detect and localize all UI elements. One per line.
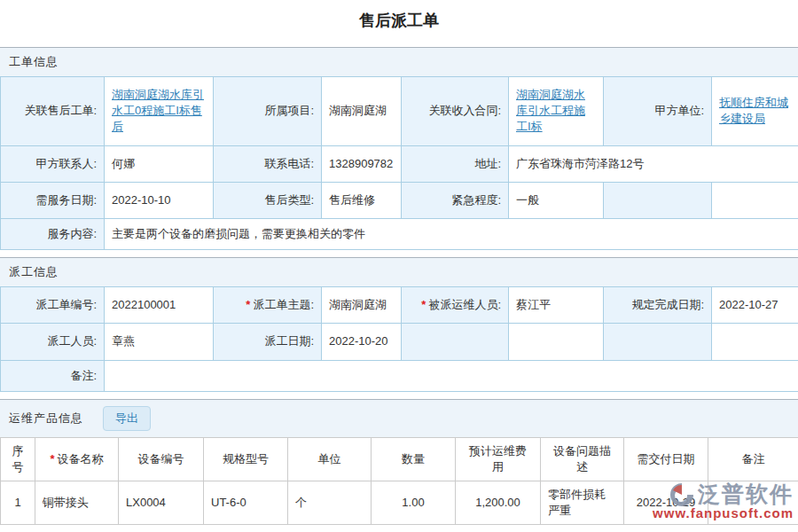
field-label: 联系电话: — [214, 145, 322, 182]
col-header-unit: 单位 — [288, 437, 372, 481]
field-label: *派工单主题: — [214, 287, 322, 324]
field-label: 售后类型: — [214, 182, 322, 218]
dispatch-row-2: 派工人员: 章燕 派工日期: 2022-10-20 — [1, 324, 798, 360]
project-value: 湖南洞庭湖 — [322, 77, 402, 146]
dispatch-assignee-value: 蔡江平 — [509, 287, 604, 324]
dispatch-deadline-value: 2022-10-27 — [712, 287, 798, 324]
product-qty: 1.00 — [372, 481, 456, 525]
field-label: 紧急程度: — [402, 182, 509, 218]
product-model: UT-6-0 — [204, 481, 288, 525]
product-name: 铜带接头 — [35, 481, 119, 525]
party-a-unit-link[interactable]: 抚顺住房和城乡建设局 — [719, 96, 788, 125]
section-header-products: 运维产品信息 导出 — [0, 399, 798, 437]
product-unit: 个 — [288, 481, 372, 525]
empty-label-cell — [604, 324, 712, 360]
section-title: 工单信息 — [9, 54, 59, 70]
work-order-row-4: 服务内容: 主要是两个设备的磨损问题，需要更换相关的零件 — [1, 218, 798, 249]
income-contract-link[interactable]: 湖南洞庭湖水库引水工程施工I标 — [516, 88, 585, 133]
col-header-issue: 设备问题描述 — [541, 437, 624, 481]
field-label: 甲方单位: — [604, 77, 712, 146]
work-order-table: 关联售后工单: 湖南洞庭湖水库引水工0程施工I标售后 所属项目: 湖南洞庭湖 关… — [0, 76, 798, 250]
col-header-qty: 数量 — [372, 437, 456, 481]
products-header-row: 序号 *设备名称 设备编号 规格型号 单位 数量 预计运维费用 设备问题描述 需… — [1, 437, 798, 481]
section-title: 运维产品信息 — [9, 411, 83, 426]
urgency-value: 一般 — [509, 182, 604, 218]
field-label: 关联售后工单: — [1, 77, 105, 146]
section-header-dispatch: 派工信息 — [0, 257, 798, 286]
address-value: 广东省珠海市菏泽路12号 — [509, 145, 798, 182]
col-header-seq: 序号 — [1, 437, 35, 481]
product-remark — [708, 481, 798, 525]
product-est-cost: 1,200.00 — [456, 481, 541, 525]
section-title: 派工信息 — [9, 264, 59, 280]
required-marker: * — [246, 298, 250, 311]
related-order-link[interactable]: 湖南洞庭湖水库引水工0程施工I标售后 — [112, 88, 204, 133]
dispatcher-value: 章燕 — [105, 324, 214, 360]
empty-value-cell — [712, 324, 798, 360]
section-header-work-order: 工单信息 — [0, 47, 798, 76]
aftersales-dispatch-page: 售后派工单 工单信息 关联售后工单: 湖南洞庭湖水库引水工0程施工I标售后 所属… — [0, 0, 798, 532]
field-label: 需服务日期: — [1, 182, 105, 218]
dispatch-order-no-value: 2022100001 — [105, 287, 214, 324]
products-table: 序号 *设备名称 设备编号 规格型号 单位 数量 预计运维费用 设备问题描述 需… — [0, 437, 798, 526]
dispatch-remark-value — [105, 360, 798, 391]
empty-value-cell — [712, 182, 798, 218]
col-header-model: 规格型号 — [204, 437, 288, 481]
product-seq: 1 — [1, 481, 35, 525]
dispatch-date-value: 2022-10-20 — [322, 324, 402, 360]
empty-label-cell — [402, 324, 509, 360]
field-label: 派工日期: — [214, 324, 322, 360]
field-label: 派工人员: — [1, 324, 105, 360]
col-header-est-cost: 预计运维费用 — [456, 437, 541, 481]
field-label: 地址: — [402, 145, 509, 182]
empty-label-cell — [604, 182, 712, 218]
field-label: *被派运维人员: — [402, 287, 509, 324]
service-content-value: 主要是两个设备的磨损问题，需要更换相关的零件 — [105, 218, 798, 249]
page-title: 售后派工单 — [0, 0, 798, 47]
field-label: 关联收入合同: — [402, 77, 509, 146]
product-row: 1 铜带接头 LX0004 UT-6-0 个 1.00 1,200.00 零部件… — [1, 481, 798, 525]
product-issue: 零部件损耗严重 — [541, 481, 624, 525]
field-label: 备注: — [1, 360, 105, 391]
col-header-due-date: 需交付日期 — [624, 437, 708, 481]
field-label: 服务内容: — [1, 218, 105, 249]
party-a-contact-value: 何娜 — [105, 145, 214, 182]
dispatch-row-1: 派工单编号: 2022100001 *派工单主题: 湖南洞庭湖 *被派运维人员:… — [1, 287, 798, 324]
service-type-value: 售后维修 — [322, 182, 402, 218]
work-order-row-2: 甲方联系人: 何娜 联系电话: 1328909782 地址: 广东省珠海市菏泽路… — [1, 145, 798, 182]
dispatch-subject-value: 湖南洞庭湖 — [322, 287, 402, 324]
dispatch-table: 派工单编号: 2022100001 *派工单主题: 湖南洞庭湖 *被派运维人员:… — [0, 286, 798, 392]
product-code: LX0004 — [119, 481, 204, 525]
field-label: 规定完成日期: — [604, 287, 712, 324]
service-date-value: 2022-10-10 — [105, 182, 214, 218]
product-due-date: 2022-10-29 — [624, 481, 708, 525]
export-button[interactable]: 导出 — [103, 406, 151, 431]
field-label: 所属项目: — [214, 77, 322, 146]
required-marker: * — [421, 298, 426, 311]
col-header-name: *设备名称 — [35, 437, 119, 481]
field-label: 甲方联系人: — [1, 145, 105, 182]
work-order-row-3: 需服务日期: 2022-10-10 售后类型: 售后维修 紧急程度: 一般 — [1, 182, 798, 218]
field-label: 派工单编号: — [1, 287, 105, 324]
dispatch-row-3: 备注: — [1, 360, 798, 391]
phone-value: 1328909782 — [322, 145, 402, 182]
required-marker: * — [50, 452, 54, 466]
col-header-remark: 备注 — [708, 437, 798, 481]
col-header-code: 设备编号 — [119, 437, 204, 481]
empty-value-cell — [509, 324, 604, 360]
work-order-row-1: 关联售后工单: 湖南洞庭湖水库引水工0程施工I标售后 所属项目: 湖南洞庭湖 关… — [1, 77, 798, 146]
